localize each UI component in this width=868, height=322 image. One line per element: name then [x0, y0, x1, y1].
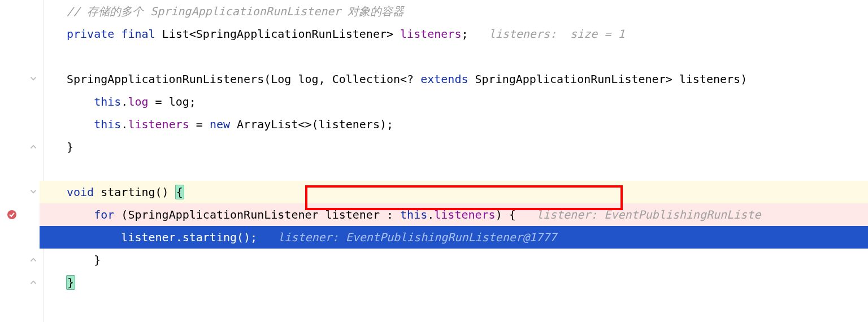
code-line[interactable]: this.listeners = new ArrayList<>(listene…	[40, 113, 868, 136]
inline-hint: listeners: size = 1	[489, 27, 625, 41]
code-line[interactable]: }	[40, 249, 868, 271]
breakpoint-icon[interactable]	[0, 203, 40, 226]
inline-hint-execution: listener: EventPublishingRunListener@177…	[277, 230, 557, 244]
code-line[interactable]: private final List<SpringApplicationRunL…	[40, 23, 868, 45]
code-line[interactable]: }	[40, 136, 868, 158]
code-area[interactable]: // 存储的多个 SpringApplicationRunListener 对象…	[40, 0, 868, 322]
code-line[interactable]: void starting() {	[40, 181, 868, 203]
code-line-execution[interactable]: listener.starting(); listener: EventPubl…	[40, 226, 868, 249]
brace-match: {	[175, 185, 184, 199]
fold-region-icon[interactable]	[0, 68, 40, 90]
inline-hint: listener: EventPublishingRunListe	[536, 208, 761, 221]
svg-point-0	[7, 210, 16, 219]
fold-end-icon[interactable]	[0, 249, 40, 271]
code-line[interactable]: // 存储的多个 SpringApplicationRunListener 对象…	[40, 0, 868, 23]
comment-text: // 存储的多个 SpringApplicationRunListener 对象…	[67, 5, 404, 18]
code-line[interactable]	[40, 45, 868, 68]
code-line[interactable]	[40, 158, 868, 181]
brace-match: }	[66, 275, 75, 290]
fold-end-icon[interactable]	[0, 271, 40, 294]
code-line[interactable]: SpringApplicationRunListeners(Log log, C…	[40, 68, 868, 90]
code-line[interactable]: }	[40, 271, 868, 294]
code-line-breakpoint[interactable]: for (SpringApplicationRunListener listen…	[40, 203, 868, 226]
code-line[interactable]: this.log = log;	[40, 90, 868, 113]
gutter	[0, 0, 40, 322]
fold-end-icon[interactable]	[0, 136, 40, 158]
code-editor[interactable]: // 存储的多个 SpringApplicationRunListener 对象…	[0, 0, 868, 322]
fold-region-icon[interactable]	[0, 181, 40, 203]
